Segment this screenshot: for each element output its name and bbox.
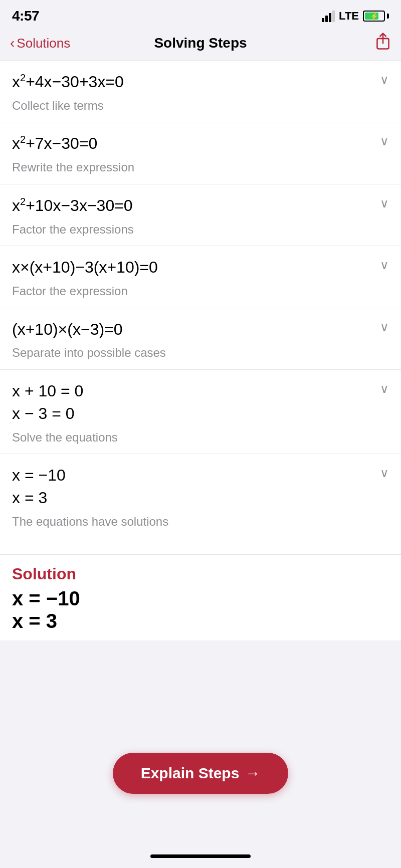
status-time: 4:57 [12, 8, 39, 24]
lte-label: LTE [339, 10, 359, 23]
chevron-down-icon: ∨ [380, 73, 389, 87]
chevron-left-icon: ‹ [10, 35, 15, 51]
nav-bar: ‹ Solutions Solving Steps [0, 28, 401, 60]
solution-line2: x = 3 [12, 610, 389, 632]
solution-section: Solution x = −10 x = 3 [0, 554, 401, 640]
status-bar: 4:57 LTE ⚡ [0, 0, 401, 28]
equation-line1: x = −10 [12, 464, 365, 487]
chevron-down-icon: ∨ [380, 320, 389, 334]
step-description: Collect like terms [12, 97, 389, 114]
step-row[interactable]: ∨ x2+4x−30+3x=0 Collect like terms [0, 61, 401, 122]
back-button[interactable]: ‹ Solutions [10, 35, 70, 51]
chevron-down-icon: ∨ [380, 466, 389, 480]
share-button[interactable] [375, 32, 391, 54]
equation-line1: x + 10 = 0 [12, 380, 365, 402]
step-row[interactable]: ∨ (x+10)×(x−3)=0 Separate into possible … [0, 308, 401, 370]
step-equation: x2+7x−30=0 [12, 132, 389, 155]
arrow-right-icon: → [245, 765, 260, 782]
step-description: The equations have solutions [12, 513, 389, 530]
share-icon [375, 32, 391, 50]
step-equation: x = −10 x = 3 [12, 464, 389, 509]
chevron-down-icon: ∨ [380, 134, 389, 148]
steps-content: ∨ x2+4x−30+3x=0 Collect like terms ∨ x2+… [0, 60, 401, 554]
back-label: Solutions [17, 36, 70, 51]
chevron-down-icon: ∨ [380, 258, 389, 272]
battery-icon: ⚡ [363, 11, 389, 22]
solution-content: x = −10 x = 3 [12, 587, 389, 632]
solution-label: Solution [12, 565, 389, 583]
charging-bolt-icon: ⚡ [370, 12, 378, 20]
step-equation: x2+10x−3x−30=0 [12, 194, 389, 217]
step-row[interactable]: ∨ x×(x+10)−3(x+10)=0 Factor the expressi… [0, 246, 401, 308]
explain-steps-button[interactable]: Explain Steps → [113, 753, 289, 794]
equation-line2: x − 3 = 0 [12, 402, 365, 425]
step-description: Separate into possible cases [12, 344, 389, 361]
step-description: Factor the expressions [12, 221, 389, 238]
step-description: Rewrite the expression [12, 159, 389, 176]
step-equation: x2+4x−30+3x=0 [12, 71, 389, 93]
explain-steps-container: Explain Steps → [0, 753, 401, 794]
solution-line1: x = −10 [12, 587, 389, 610]
step-equation: x×(x+10)−3(x+10)=0 [12, 256, 389, 279]
step-row[interactable]: ∨ x = −10 x = 3 The equations have solut… [0, 454, 401, 554]
explain-steps-label: Explain Steps [141, 765, 240, 782]
step-equation: x + 10 = 0 x − 3 = 0 [12, 380, 389, 425]
chevron-down-icon: ∨ [380, 196, 389, 210]
status-icons: LTE ⚡ [322, 10, 389, 23]
step-row[interactable]: ∨ x2+7x−30=0 Rewrite the expression [0, 122, 401, 184]
home-indicator [150, 854, 251, 858]
chevron-down-icon: ∨ [380, 382, 389, 396]
step-equation: (x+10)×(x−3)=0 [12, 318, 389, 341]
step-row[interactable]: ∨ x + 10 = 0 x − 3 = 0 Solve the equatio… [0, 370, 401, 454]
step-description: Factor the expression [12, 283, 389, 300]
step-row[interactable]: ∨ x2+10x−3x−30=0 Factor the expressions [0, 184, 401, 246]
equation-line2: x = 3 [12, 487, 365, 509]
page-title: Solving Steps [154, 35, 247, 51]
signal-bars-icon [322, 11, 335, 22]
step-description: Solve the equations [12, 429, 389, 446]
